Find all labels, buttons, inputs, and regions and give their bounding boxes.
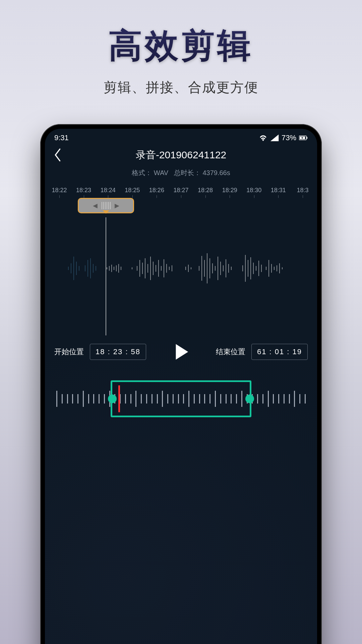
ruler-tick: 18:22: [48, 187, 70, 194]
battery-percent: 73%: [282, 133, 296, 142]
range-slider[interactable]: [54, 380, 308, 417]
range-cursor[interactable]: [118, 385, 120, 412]
wifi-icon: [259, 135, 267, 141]
nav-bar: 录音-201906241122: [45, 144, 317, 166]
end-time-input[interactable]: 61 : 01 : 19: [251, 344, 308, 360]
page-title: 录音-201906241122: [136, 148, 226, 162]
duration-value: 4379.66s: [202, 169, 230, 176]
duration-label: 总时长：: [174, 169, 201, 176]
start-label: 开始位置: [54, 347, 84, 357]
status-bar: 9:31 73%: [45, 129, 317, 144]
battery-icon: [299, 135, 308, 141]
waveform-icon: [45, 250, 317, 287]
ruler-tick: 18:27: [170, 187, 192, 194]
format-label: 格式：: [132, 169, 152, 176]
ruler-tick: 18:25: [121, 187, 143, 194]
range-selection[interactable]: [111, 380, 251, 417]
range-handle-right[interactable]: [245, 394, 254, 403]
ruler-tick: 18:3: [292, 187, 314, 194]
time-ruler[interactable]: 18:22 18:23 18:24 18:25 18:26 18:27 18:2…: [45, 187, 317, 194]
ruler-tick: 18:26: [145, 187, 168, 194]
play-icon[interactable]: [171, 342, 191, 362]
chevron-right-icon: ▶: [115, 202, 119, 209]
waveform-area[interactable]: ◀ ▶: [45, 198, 317, 335]
ruler-tick: 18:29: [219, 187, 241, 194]
promo-subtitle: 剪辑、拼接、合成更方便: [0, 78, 362, 97]
chevron-left-icon: ◀: [93, 202, 98, 209]
ruler-tick: 18:30: [243, 187, 265, 194]
start-time-input[interactable]: 18 : 23 : 58: [90, 344, 146, 360]
file-meta: 格式： WAV 总时长： 4379.66s: [45, 168, 317, 177]
playhead-handle[interactable]: ◀ ▶: [78, 198, 134, 213]
time-controls: 开始位置 18 : 23 : 58 结束位置 61 : 01 : 19: [45, 342, 317, 362]
grip-icon: [102, 202, 111, 209]
ruler-tick: 18:24: [97, 187, 119, 194]
promo-title: 高效剪辑: [0, 23, 362, 69]
ruler-tick: 18:23: [73, 187, 95, 194]
end-label: 结束位置: [216, 347, 245, 357]
ruler-tick: 18:28: [194, 187, 217, 194]
back-icon[interactable]: [53, 148, 62, 162]
ruler-tick: 18:31: [267, 187, 289, 194]
status-time: 9:31: [54, 133, 69, 142]
svg-rect-2: [307, 137, 307, 139]
phone-frame: 9:31 73% 录音-201906241122 格式： WAV 总时长： 43…: [40, 124, 322, 644]
format-value: WAV: [154, 169, 168, 176]
signal-icon: [270, 135, 279, 141]
range-handle-left[interactable]: [108, 394, 117, 403]
phone-screen: 9:31 73% 录音-201906241122 格式： WAV 总时长： 43…: [45, 129, 317, 644]
